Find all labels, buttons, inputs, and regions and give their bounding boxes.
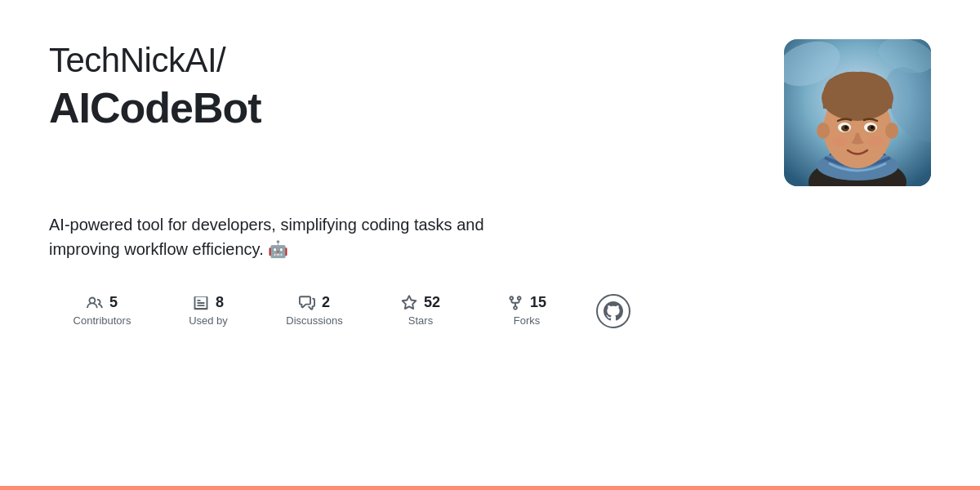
stat-contributors[interactable]: 5 Contributors [49,294,155,327]
github-icon[interactable] [596,294,630,328]
stars-label: Stars [408,314,433,327]
used-by-count: 8 [216,294,224,311]
svg-point-10 [885,122,898,139]
svg-point-15 [844,126,848,129]
discussions-count: 2 [322,294,330,311]
header-section: TechNickAI/ AICodeBot [49,39,931,186]
stat-forks[interactable]: 15 Forks [474,294,580,327]
svg-point-9 [817,122,830,139]
stars-count: 52 [424,294,440,311]
stat-used-by[interactable]: 8 Used by [155,294,261,327]
repo-owner[interactable]: TechNickAI/ [49,39,261,82]
stats-row: 5 Contributors 8 Used by [49,294,931,328]
discussions-label: Discussions [286,314,342,327]
svg-point-17 [831,136,848,146]
contributors-icon [87,295,103,311]
page-container: TechNickAI/ AICodeBot [0,0,980,490]
title-block: TechNickAI/ AICodeBot [49,39,261,133]
discussions-icon [299,295,315,311]
used-by-label: Used by [189,314,228,327]
forks-label: Forks [514,314,541,327]
forks-icon [507,295,523,311]
repo-name[interactable]: AICodeBot [49,82,261,133]
stat-stars[interactable]: 52 Stars [368,294,474,327]
stars-icon [401,295,417,311]
svg-point-16 [871,126,874,129]
repo-description: AI-powered tool for developers, simplify… [49,212,539,261]
used-by-icon [193,295,209,311]
avatar [784,39,931,186]
contributors-label: Contributors [74,314,131,327]
contributors-count: 5 [109,294,118,311]
bottom-bar [0,486,980,490]
svg-point-18 [867,136,884,146]
forks-count: 15 [530,294,546,311]
stat-discussions[interactable]: 2 Discussions [261,294,368,327]
